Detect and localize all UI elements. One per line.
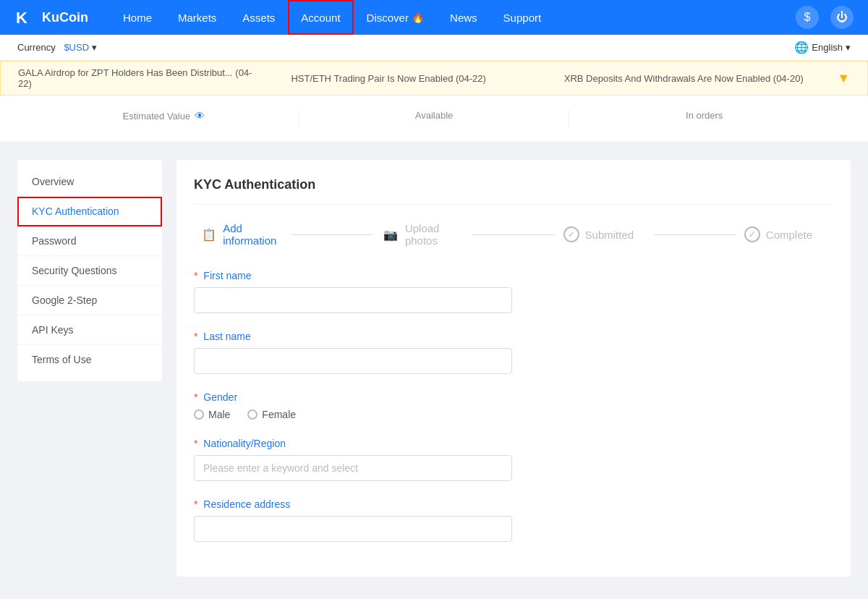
nav-markets[interactable]: Markets: [165, 0, 229, 35]
sub-header: Currency $USD ▾ 🌐 English ▾: [0, 35, 868, 61]
upload-photos-label: Upload photos: [405, 222, 464, 247]
estimated-value-label: Estimated Value 👁: [122, 110, 205, 122]
female-label: Female: [262, 409, 296, 420]
sidebar-item-security-questions[interactable]: Security Questions: [17, 256, 162, 286]
gender-male-option[interactable]: Male: [194, 409, 230, 420]
residence-label: * Residence address: [194, 498, 833, 510]
language-text: English: [812, 42, 843, 53]
nav-news[interactable]: News: [437, 0, 490, 35]
last-name-group: * Last name: [194, 331, 833, 374]
nationality-input[interactable]: [194, 455, 512, 481]
in-orders-label: In orders: [686, 110, 723, 121]
sidebar-item-kyc[interactable]: KYC Authentication: [17, 197, 162, 226]
female-radio[interactable]: [247, 409, 258, 420]
sidebar-item-terms[interactable]: Terms of Use: [17, 345, 162, 374]
last-name-label: * Last name: [194, 331, 833, 342]
nationality-label: * Nationality/Region: [194, 438, 833, 449]
currency-label: Currency: [17, 42, 56, 53]
eye-icon[interactable]: 👁: [195, 110, 205, 122]
residence-group: * Residence address: [194, 498, 833, 542]
panel-title: KYC Authentication: [194, 177, 833, 205]
sidebar-item-password[interactable]: Password: [17, 226, 162, 256]
nav-right-icons: $ ⏻: [796, 6, 854, 29]
nav-links: Home Markets Assets Account Discover 🔥 N…: [110, 0, 796, 35]
top-navigation: K KuCoin Home Markets Assets Account Dis…: [0, 0, 868, 35]
in-orders-col: In orders: [569, 110, 839, 127]
logo[interactable]: K KuCoin: [14, 6, 88, 29]
kyc-step-complete: ✓ Complete: [744, 226, 826, 242]
submitted-label: Submitted: [585, 229, 634, 241]
nav-account[interactable]: Account: [288, 0, 353, 35]
step-divider-2: [472, 234, 554, 235]
sidebar-item-api-keys[interactable]: API Keys: [17, 315, 162, 345]
available-label: Available: [415, 110, 454, 121]
language-selector[interactable]: 🌐 English ▾: [794, 41, 851, 54]
complete-icon: ✓: [744, 226, 760, 242]
nav-assets[interactable]: Assets: [229, 0, 288, 35]
complete-label: Complete: [766, 229, 812, 241]
first-name-input[interactable]: [194, 287, 512, 313]
kyc-step-upload: 📷 Upload photos: [382, 222, 464, 247]
ticker-expand-arrow[interactable]: ▼: [837, 71, 850, 86]
gender-group: * Gender Male Female: [194, 391, 833, 420]
gender-label: * Gender: [194, 391, 833, 403]
language-arrow: ▾: [846, 42, 851, 53]
nav-support[interactable]: Support: [490, 0, 555, 35]
sidebar-item-google2step[interactable]: Google 2-Step: [17, 286, 162, 315]
main-content: Overview KYC Authentication Password Sec…: [0, 143, 868, 594]
step-divider-1: [292, 234, 373, 235]
available-col: Available: [299, 110, 570, 127]
currency-selector[interactable]: Currency $USD ▾: [17, 42, 97, 53]
first-name-label: * First name: [194, 270, 833, 281]
nav-home[interactable]: Home: [110, 0, 165, 35]
nav-discover[interactable]: Discover 🔥: [354, 0, 438, 35]
ticker-item-0: GALA Airdrop for ZPT Holders Has Been Di…: [18, 67, 262, 89]
kyc-steps: 📋 Add information 📷 Upload photos ✓ Subm…: [194, 222, 833, 247]
power-icon-btn[interactable]: ⏻: [830, 6, 854, 29]
main-panel: KYC Authentication 📋 Add information 📷 U…: [176, 160, 851, 577]
submitted-icon: ✓: [563, 226, 579, 242]
gender-options: Male Female: [194, 409, 833, 420]
nationality-group: * Nationality/Region: [194, 438, 833, 481]
last-name-input[interactable]: [194, 348, 512, 374]
kyc-step-add-info: 📋 Add information: [201, 222, 283, 247]
male-label: Male: [208, 409, 230, 420]
sidebar: Overview KYC Authentication Password Sec…: [17, 160, 162, 381]
residence-input[interactable]: [194, 516, 512, 542]
add-info-icon: 📋: [201, 224, 217, 245]
ticker-item-2: XRB Deposits And Withdrawals Are Now Ena…: [564, 73, 808, 84]
svg-text:K: K: [16, 9, 27, 27]
ticker-bar: GALA Airdrop for ZPT Holders Has Been Di…: [0, 61, 868, 95]
first-name-group: * First name: [194, 270, 833, 313]
globe-icon: 🌐: [794, 41, 809, 54]
add-info-label: Add information: [223, 222, 283, 247]
assets-summary: Estimated Value 👁 Available In orders: [0, 95, 868, 143]
kyc-step-submitted: ✓ Submitted: [563, 226, 645, 242]
estimated-value-col: Estimated Value 👁: [29, 110, 299, 127]
dollar-icon-btn[interactable]: $: [796, 6, 819, 29]
upload-photos-icon: 📷: [382, 224, 399, 245]
male-radio[interactable]: [194, 409, 204, 420]
step-divider-3: [654, 234, 736, 235]
sidebar-item-overview[interactable]: Overview: [17, 167, 162, 197]
fire-icon: 🔥: [412, 12, 424, 23]
currency-value: $USD: [64, 42, 89, 53]
logo-text: KuCoin: [42, 10, 88, 25]
ticker-item-1: HST/ETH Trading Pair Is Now Enabled (04-…: [291, 73, 535, 84]
currency-arrow: ▾: [92, 42, 97, 53]
gender-female-option[interactable]: Female: [247, 409, 296, 420]
